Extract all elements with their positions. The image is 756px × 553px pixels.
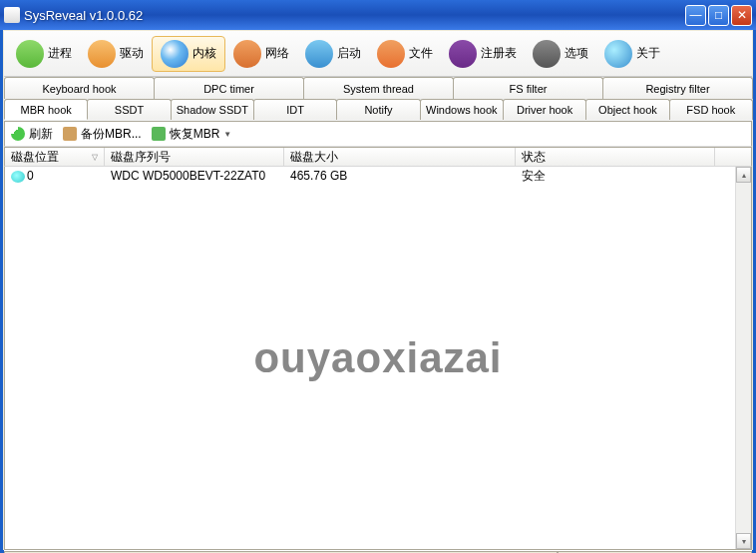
col-disk-size[interactable]: 磁盘大小 [284, 148, 516, 166]
toolbar-process[interactable]: 进程 [8, 37, 80, 71]
backup-icon [63, 127, 77, 141]
restore-mbr-button[interactable]: 恢复MBR ▼ [152, 126, 232, 143]
tab-mbr-hook[interactable]: MBR hook [4, 99, 88, 120]
kernel-icon [161, 40, 189, 68]
refresh-icon [11, 127, 25, 141]
table-row[interactable]: 0 WDC WD5000BEVT-22ZAT0 465.76 GB 安全 [5, 167, 751, 185]
tab-windows-hook[interactable]: Windows hook [420, 99, 504, 120]
toolbar-file[interactable]: 文件 [369, 37, 441, 71]
refresh-button[interactable]: 刷新 [11, 126, 53, 143]
app-icon [4, 7, 20, 23]
network-icon [233, 40, 261, 68]
startup-icon [305, 40, 333, 68]
tab-ssdt[interactable]: SSDT [87, 99, 171, 120]
toolbar-options[interactable]: 选项 [525, 37, 596, 71]
toolbar-network[interactable]: 网络 [225, 37, 297, 71]
scroll-down-button[interactable]: ▾ [736, 533, 751, 549]
about-icon [604, 40, 632, 68]
tab-idt[interactable]: IDT [253, 99, 337, 120]
toolbar-about[interactable]: 关于 [596, 37, 668, 71]
minimize-button[interactable]: — [685, 5, 706, 26]
backup-mbr-button[interactable]: 备份MBR... [63, 126, 142, 143]
cell-status: 安全 [516, 168, 715, 185]
process-icon [16, 40, 44, 68]
list-header: 磁盘位置▽ 磁盘序列号 磁盘大小 状态 [4, 147, 752, 167]
scroll-up-button[interactable]: ▴ [736, 167, 751, 183]
tab-object-hook[interactable]: Object hook [585, 99, 669, 120]
file-icon [377, 40, 405, 68]
close-button[interactable]: ✕ [731, 5, 752, 26]
tab-row-lower: MBR hook SSDT Shadow SSDT IDT Notify Win… [4, 99, 752, 121]
watermark: ouyaoxiazai [253, 334, 502, 382]
vertical-scrollbar[interactable]: ▴ ▾ [735, 167, 751, 549]
tab-driver-hook[interactable]: Driver hook [503, 99, 586, 120]
col-disk-serial[interactable]: 磁盘序列号 [105, 148, 284, 166]
toolbar-kernel[interactable]: 内核 [152, 36, 225, 72]
tab-row-upper: Keyboard hook DPC timer System thread FS… [4, 77, 752, 99]
scroll-track[interactable] [736, 183, 751, 533]
main-toolbar: 进程 驱动 内核 网络 启动 文件 注册表 选项 关于 [4, 31, 752, 77]
col-disk-location[interactable]: 磁盘位置▽ [5, 148, 105, 166]
toolbar-registry[interactable]: 注册表 [441, 37, 525, 71]
disk-icon [11, 171, 25, 183]
titlebar: SysReveal v1.0.0.62 — □ ✕ [0, 0, 756, 30]
list-body: 0 WDC WD5000BEVT-22ZAT0 465.76 GB 安全 ouy… [4, 167, 752, 550]
driver-icon [88, 40, 116, 68]
tab-shadow-ssdt[interactable]: Shadow SSDT [171, 99, 254, 120]
toolbar-driver[interactable]: 驱动 [80, 37, 152, 71]
maximize-button[interactable]: □ [708, 5, 729, 26]
sub-toolbar: 刷新 备份MBR... 恢复MBR ▼ [4, 121, 752, 147]
tab-keyboard-hook[interactable]: Keyboard hook [4, 77, 155, 99]
tab-notify[interactable]: Notify [336, 99, 420, 120]
tab-dpc-timer[interactable]: DPC timer [154, 77, 304, 99]
restore-icon [152, 127, 166, 141]
registry-icon [449, 40, 477, 68]
cell-serial: WDC WD5000BEVT-22ZAT0 [105, 169, 284, 183]
col-status[interactable]: 状态 [516, 148, 715, 166]
cell-location: 0 [5, 169, 105, 183]
toolbar-startup[interactable]: 启动 [297, 37, 369, 71]
options-icon [533, 40, 561, 68]
tab-system-thread[interactable]: System thread [303, 77, 454, 99]
chevron-down-icon: ▼ [223, 130, 231, 139]
tab-fs-filter[interactable]: FS filter [453, 77, 603, 99]
cell-size: 465.76 GB [284, 169, 516, 183]
tab-registry-filter[interactable]: Registry filter [602, 77, 753, 99]
window-title: SysReveal v1.0.0.62 [24, 8, 685, 23]
tab-fsd-hook[interactable]: FSD hook [669, 99, 753, 120]
